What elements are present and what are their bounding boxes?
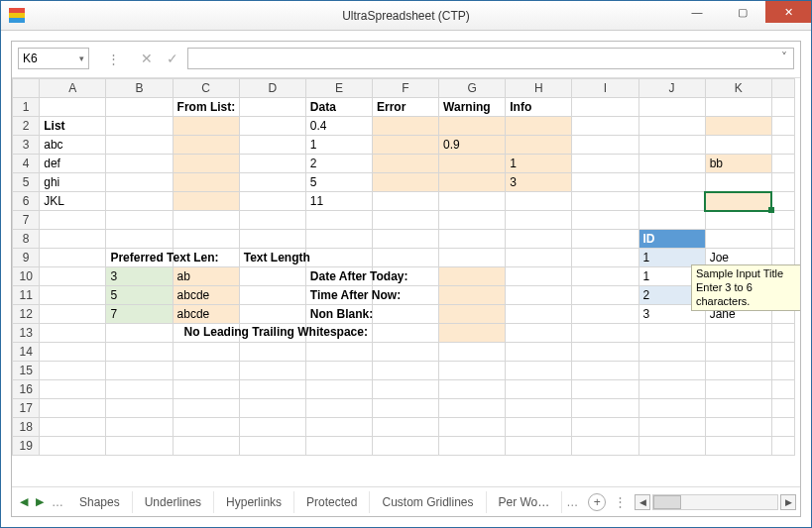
cell[interactable]: 1 <box>506 155 572 173</box>
cell[interactable] <box>106 192 173 211</box>
cell[interactable] <box>40 98 106 117</box>
name-box[interactable]: K6 <box>18 48 89 69</box>
cell[interactable] <box>506 136 572 155</box>
row-header[interactable]: 13 <box>13 324 40 343</box>
sheet-tab[interactable]: Protected <box>294 491 370 513</box>
cell[interactable] <box>439 249 506 267</box>
cell[interactable]: 11 <box>305 192 372 211</box>
cell[interactable] <box>439 230 506 249</box>
cell[interactable] <box>106 324 173 343</box>
cell[interactable] <box>638 173 705 192</box>
row-header[interactable]: 8 <box>13 230 40 249</box>
sheet-tab[interactable]: Hyperlinks <box>214 491 294 513</box>
cell[interactable] <box>239 117 305 136</box>
cell[interactable] <box>239 155 305 173</box>
cell[interactable] <box>705 343 771 362</box>
cell[interactable]: 5 <box>305 173 372 192</box>
confirm-edit-button[interactable]: ✓ <box>162 48 183 69</box>
cell[interactable] <box>305 211 372 230</box>
cell[interactable] <box>106 211 173 230</box>
tab-overflow-icon[interactable]: … <box>562 495 582 509</box>
cell[interactable]: def <box>40 155 106 173</box>
cell[interactable] <box>305 249 372 267</box>
cell[interactable]: 1 <box>305 136 372 155</box>
cell[interactable] <box>572 343 638 362</box>
cell[interactable] <box>239 192 305 211</box>
cell[interactable]: abcde <box>173 286 239 305</box>
cell[interactable] <box>239 286 305 305</box>
cell[interactable] <box>705 136 771 155</box>
cell[interactable] <box>572 211 638 230</box>
cell[interactable]: 1 <box>638 267 705 286</box>
cell[interactable] <box>572 98 638 117</box>
cell[interactable] <box>106 155 173 173</box>
cell[interactable] <box>572 380 638 399</box>
cell[interactable]: 3 <box>506 173 572 192</box>
cell[interactable] <box>572 399 638 418</box>
cell[interactable] <box>173 399 239 418</box>
cell[interactable] <box>173 117 239 136</box>
cell[interactable] <box>705 380 771 399</box>
cell[interactable]: Warning <box>439 98 506 117</box>
cell[interactable] <box>439 155 506 173</box>
cell[interactable] <box>173 211 239 230</box>
cell[interactable]: ID <box>638 230 705 249</box>
col-header[interactable]: G <box>439 79 506 98</box>
cell[interactable] <box>372 437 438 456</box>
cell[interactable]: 0.9 <box>439 136 506 155</box>
cell[interactable] <box>705 173 771 192</box>
formula-bar-menu-icon[interactable]: ⋮ <box>105 52 122 66</box>
cell[interactable] <box>372 211 438 230</box>
row-header[interactable]: 5 <box>13 173 40 192</box>
active-cell[interactable] <box>705 192 771 211</box>
cell[interactable] <box>173 173 239 192</box>
row-header[interactable]: 7 <box>13 211 40 230</box>
cell[interactable]: 7 <box>106 305 173 324</box>
cell[interactable] <box>106 399 173 418</box>
scroll-left-button[interactable]: ◀ <box>635 494 650 510</box>
close-button[interactable]: ✕ <box>765 1 811 23</box>
cell[interactable] <box>506 418 572 437</box>
cell[interactable] <box>305 399 372 418</box>
cell[interactable] <box>771 343 794 362</box>
select-all-corner[interactable] <box>13 79 40 98</box>
cell[interactable] <box>771 437 794 456</box>
cell[interactable] <box>173 155 239 173</box>
cell[interactable] <box>173 192 239 211</box>
cell[interactable] <box>239 267 305 286</box>
cell[interactable] <box>572 173 638 192</box>
cell[interactable] <box>638 136 705 155</box>
cell[interactable] <box>239 305 305 324</box>
cell[interactable] <box>771 136 794 155</box>
cell[interactable] <box>40 418 106 437</box>
tab-nav-menu-icon[interactable]: … <box>48 495 67 509</box>
cell[interactable] <box>771 117 794 136</box>
cancel-edit-button[interactable]: ✕ <box>136 48 158 69</box>
cell[interactable] <box>372 173 438 192</box>
cell[interactable] <box>506 399 572 418</box>
cell[interactable] <box>638 380 705 399</box>
cell[interactable] <box>40 305 106 324</box>
cell[interactable] <box>572 286 638 305</box>
cell[interactable] <box>439 117 506 136</box>
cell[interactable] <box>771 173 794 192</box>
row-header[interactable]: 15 <box>13 362 40 380</box>
col-header[interactable]: E <box>305 79 372 98</box>
cell[interactable] <box>40 249 106 267</box>
cell[interactable] <box>638 117 705 136</box>
cell[interactable] <box>40 343 106 362</box>
cell[interactable] <box>173 437 239 456</box>
cell[interactable] <box>305 343 372 362</box>
cell[interactable] <box>572 305 638 324</box>
horizontal-scrollbar[interactable]: ◀ ▶ <box>635 494 796 510</box>
cell[interactable] <box>40 230 106 249</box>
cell[interactable] <box>506 249 572 267</box>
cell[interactable] <box>705 437 771 456</box>
cell[interactable] <box>506 362 572 380</box>
cell[interactable] <box>239 399 305 418</box>
cell[interactable] <box>239 380 305 399</box>
cell[interactable] <box>572 117 638 136</box>
cell[interactable]: 0.4 <box>305 117 372 136</box>
row-header[interactable]: 19 <box>13 437 40 456</box>
row-header[interactable]: 2 <box>13 117 40 136</box>
